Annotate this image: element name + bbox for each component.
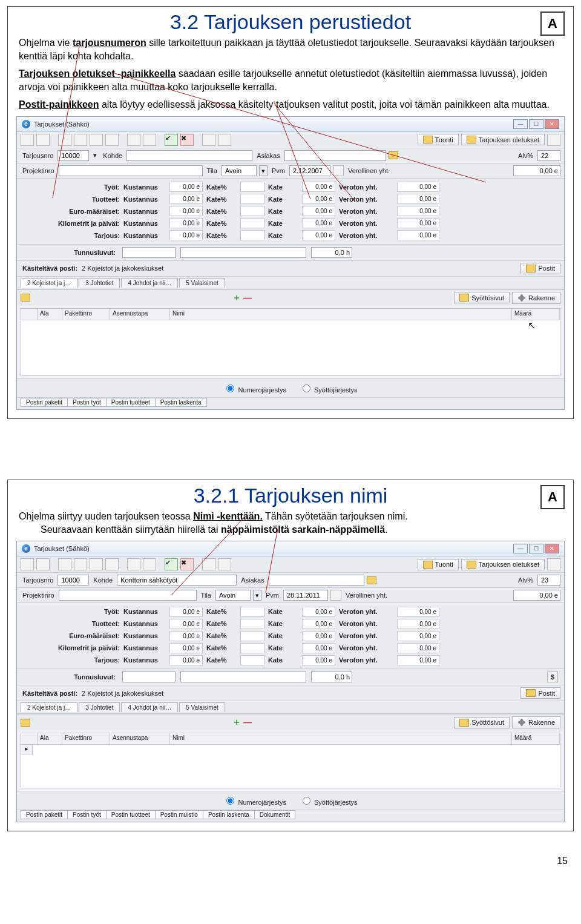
oletukset-button[interactable]: Tarjouksen oletukset xyxy=(461,559,545,570)
asiakas-field[interactable] xyxy=(269,575,364,586)
label: Verollinen yht. xyxy=(346,167,392,174)
slide-title: 3.2.1 Tarjouksen nimi xyxy=(8,484,573,507)
projektinro-field[interactable] xyxy=(59,165,203,176)
toolbar-icon[interactable] xyxy=(74,134,87,146)
tab[interactable]: Dokumentit xyxy=(254,810,296,819)
tab[interactable]: Postin laskenta xyxy=(203,810,255,819)
toolbar-icon[interactable] xyxy=(202,134,215,146)
cursor-icon: ↖ xyxy=(528,320,536,331)
rakenne-button[interactable]: Rakenne xyxy=(512,716,560,728)
toolbar-icon[interactable] xyxy=(143,134,156,146)
tab[interactable]: 2 Kojeistot ja j… xyxy=(21,278,77,288)
tab[interactable]: 3 Johtotiet xyxy=(79,278,120,288)
toolbar-icon[interactable] xyxy=(36,558,50,570)
close-button[interactable]: ✕ xyxy=(545,544,559,553)
tarjousnro-field[interactable] xyxy=(57,575,89,586)
remove-icon[interactable]: — xyxy=(243,293,252,303)
money-icon[interactable]: $ xyxy=(547,672,558,682)
toolbar-icon[interactable] xyxy=(90,134,103,146)
toolbar-icon[interactable] xyxy=(105,134,119,146)
toolbar-icon[interactable] xyxy=(21,134,34,146)
print-icon[interactable] xyxy=(218,558,231,570)
radio-syottojarjestys[interactable]: Syöttöjärjestys xyxy=(300,383,358,394)
tila-field[interactable] xyxy=(222,165,257,176)
syottosivut-button[interactable]: Syöttösivut xyxy=(454,292,510,303)
sort-radios: Numerojärjestys Syöttöjärjestys xyxy=(17,378,564,397)
kohde-field[interactable] xyxy=(126,150,252,161)
toolbar-icon[interactable] xyxy=(105,558,119,570)
tab[interactable]: Postin laskenta xyxy=(155,398,207,407)
add-icon[interactable]: ＋ xyxy=(232,717,241,728)
toolbar-icon[interactable] xyxy=(547,558,560,570)
projektinro-field[interactable] xyxy=(59,590,197,601)
window-title: Tarjoukset (Sähkö) xyxy=(34,545,90,552)
minimize-button[interactable]: — xyxy=(513,119,528,129)
alv-field[interactable] xyxy=(537,150,560,161)
close-button[interactable]: ✕ xyxy=(545,119,559,129)
tuonti-button[interactable]: Tuonti xyxy=(418,134,459,145)
maximize-button[interactable]: ☐ xyxy=(529,544,543,553)
tuonti-button[interactable]: Tuonti xyxy=(418,559,459,570)
toolbar-icon[interactable] xyxy=(547,134,560,146)
add-icon[interactable]: ＋ xyxy=(232,292,241,303)
toolbar-icon[interactable] xyxy=(36,134,50,146)
toolbar-icon[interactable] xyxy=(90,558,103,570)
tab[interactable]: 3 Johtotiet xyxy=(79,702,120,712)
kohde-field[interactable] xyxy=(117,575,237,586)
postit-button[interactable]: Postit xyxy=(520,263,560,274)
tab[interactable]: 4 Johdot ja nii… xyxy=(121,278,178,288)
tab[interactable]: 5 Valaisimet xyxy=(179,702,225,712)
tab[interactable]: 5 Valaisimet xyxy=(179,278,225,288)
pvm-field[interactable] xyxy=(283,590,328,601)
calendar-icon[interactable] xyxy=(333,165,344,176)
toolbar-icon[interactable]: ✖ xyxy=(180,134,194,146)
folder-icon[interactable] xyxy=(389,151,398,159)
toolbar-icon[interactable]: ✖ xyxy=(180,558,194,570)
tab[interactable]: 2 Kojeistot ja j… xyxy=(21,702,77,712)
toolbar-icon[interactable] xyxy=(58,134,71,146)
tab[interactable]: 4 Johdot ja nii… xyxy=(121,702,178,712)
toolbar-icon[interactable] xyxy=(127,558,140,570)
tab[interactable]: Postin muistio xyxy=(155,810,203,819)
minimize-button[interactable]: — xyxy=(513,544,528,553)
toolbar-icon[interactable] xyxy=(21,558,34,570)
tab[interactable]: Postin tuotteet xyxy=(106,398,156,407)
logo-icon: A xyxy=(540,485,565,509)
toolbar-icon[interactable] xyxy=(58,558,71,570)
calendar-icon[interactable] xyxy=(330,590,341,601)
chevron-down-icon[interactable]: ▾ xyxy=(259,165,268,176)
tila-field[interactable] xyxy=(215,590,251,601)
tab[interactable]: Postin tuotteet xyxy=(106,810,156,819)
toolbar-icon[interactable]: ✔ xyxy=(165,134,178,146)
toolbar-icon[interactable] xyxy=(74,558,87,570)
radio-numerojarjestys[interactable]: Numerojärjestys xyxy=(223,383,286,394)
remove-icon[interactable]: — xyxy=(243,718,252,727)
tab[interactable]: Postin paketit xyxy=(21,810,68,819)
tab[interactable]: Postin työt xyxy=(67,398,107,407)
oletukset-button[interactable]: Tarjouksen oletukset xyxy=(461,134,545,145)
folder-icon[interactable] xyxy=(21,294,30,302)
asiakas-field[interactable] xyxy=(284,150,386,161)
toolbar-icon[interactable] xyxy=(202,558,215,570)
pvm-field[interactable] xyxy=(289,165,330,176)
print-icon[interactable] xyxy=(218,134,231,146)
tab[interactable]: Postin paketit xyxy=(21,398,68,407)
rakenne-button[interactable]: Rakenne xyxy=(512,292,560,304)
radio-numerojarjestys[interactable]: Numerojärjestys xyxy=(223,795,286,806)
toolbar-icon[interactable] xyxy=(127,134,140,146)
label: Tila xyxy=(205,167,219,174)
postit-button[interactable]: Postit xyxy=(520,687,560,699)
toolbar-icon[interactable]: ✔ xyxy=(165,558,178,570)
logo-icon: A xyxy=(540,12,565,36)
tab[interactable]: Postin työt xyxy=(67,810,107,819)
maximize-button[interactable]: ☐ xyxy=(529,119,543,129)
tarjousnro-field[interactable] xyxy=(57,150,89,161)
toolbar-icon[interactable] xyxy=(143,558,156,570)
radio-syottojarjestys[interactable]: Syöttöjärjestys xyxy=(300,795,358,806)
verollinen-value: 0,00 e xyxy=(513,165,560,176)
folder-icon[interactable] xyxy=(367,576,376,584)
syottosivut-button[interactable]: Syöttösivut xyxy=(454,717,510,728)
folder-icon[interactable] xyxy=(21,719,30,727)
chevron-down-icon[interactable]: ▾ xyxy=(253,590,261,601)
alv-field[interactable] xyxy=(537,575,560,586)
